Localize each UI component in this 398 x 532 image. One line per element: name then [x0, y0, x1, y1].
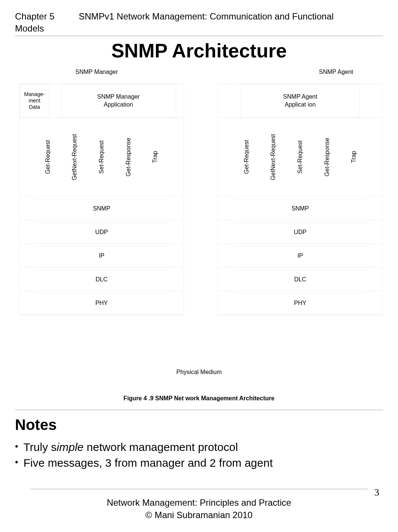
op-get-response-agent: Get-Response — [324, 138, 331, 176]
manager-layer-dlc: DLC — [34, 270, 169, 289]
agent-operations: Get-Request GetNext-Request Set-Request … — [218, 118, 382, 197]
page-title: SNMP Architecture — [15, 39, 383, 62]
manager-layer-phy: PHY — [34, 293, 169, 312]
op-get-request-agent: Get-Request — [243, 140, 250, 174]
op-get-response: Get-Response — [125, 138, 132, 176]
agent-layer-dlc: DLC — [233, 270, 367, 289]
note2-prefix: Five messages, 3 from manager and 2 from… — [23, 457, 272, 469]
notes-list: • Truly simple network management protoc… — [15, 439, 383, 471]
notes-heading: Notes — [15, 416, 383, 433]
agent-app-row: SNMP Agent Applicat ion — [218, 84, 382, 118]
agent-layer-snmp: SNMP — [233, 199, 367, 218]
agent-layer-udp: UDP — [233, 222, 367, 241]
op-set-request: Set-Request — [98, 140, 105, 174]
op-getnext-request-agent: GetNext-Request — [270, 134, 277, 180]
divider-mid — [15, 409, 383, 410]
physical-medium-label: Physical Medium — [19, 369, 379, 376]
divider-top — [15, 35, 383, 36]
manager-column-label: SNMP Manager — [75, 69, 118, 75]
footer-line2: © Mani Subramanian 2010 — [0, 509, 398, 521]
agent-layer-phy: PHY — [233, 293, 367, 312]
manager-app-row: Manage- ment Data SNMP Manager Applicati… — [19, 84, 184, 118]
op-set-request-agent: Set-Request — [297, 140, 304, 174]
note-text-1: Truly simple network management protocol — [23, 439, 238, 455]
agent-layer-ip: IP — [233, 246, 367, 265]
manager-operations: Get-Request GetNext-Request Set-Request … — [19, 118, 184, 197]
footer: Network Management: Principles and Pract… — [0, 488, 398, 521]
manager-layer-ip: IP — [34, 246, 169, 265]
architecture-diagram: SNMP Manager SNMP Agent Manage- ment Dat… — [19, 69, 379, 406]
note-text-2: Five messages, 3 from manager and 2 from… — [23, 455, 272, 471]
chapter-label: Chapter 5 — [15, 11, 67, 22]
bullet-icon: • — [15, 439, 18, 454]
manager-layer-snmp: SNMP — [34, 199, 169, 218]
note-item-2: • Five messages, 3 from manager and 2 fr… — [15, 455, 383, 471]
op-trap: Trap — [152, 151, 159, 163]
subject-label: SNMPv1 Network Management: Communication… — [79, 11, 383, 22]
note1-italic: imple — [57, 441, 84, 453]
op-trap-agent: Trap — [350, 151, 357, 163]
op-getnext-request: GetNext-Request — [71, 134, 78, 180]
agent-application-box: SNMP Agent Applicat ion — [241, 84, 360, 117]
bullet-icon: • — [15, 455, 18, 469]
agent-stack: SNMP Agent Applicat ion Get-Request GetN… — [218, 84, 383, 315]
chapter-models: Models — [15, 23, 67, 34]
divider-bottom — [30, 488, 368, 490]
chapter-block: Chapter 5 Models — [15, 11, 67, 34]
note-item-1: • Truly simple network management protoc… — [15, 439, 383, 455]
management-data-box: Manage- ment Data — [19, 84, 49, 117]
op-get-request: Get-Request — [45, 140, 51, 174]
manager-stack: Manage- ment Data SNMP Manager Applicati… — [19, 84, 184, 315]
agent-column-label: SNMP Agent — [319, 69, 353, 75]
header: Chapter 5 Models SNMPv1 Network Manageme… — [15, 11, 383, 34]
note1-prefix: Truly s — [23, 441, 57, 453]
figure-caption: Figure 4 .9 SNMP Net work Management Arc… — [19, 395, 379, 402]
footer-line1: Network Management: Principles and Pract… — [0, 496, 398, 509]
manager-application-box: SNMP Manager Application — [61, 84, 176, 117]
manager-layer-udp: UDP — [34, 222, 169, 241]
note1-suffix: network management protocol — [84, 441, 238, 453]
